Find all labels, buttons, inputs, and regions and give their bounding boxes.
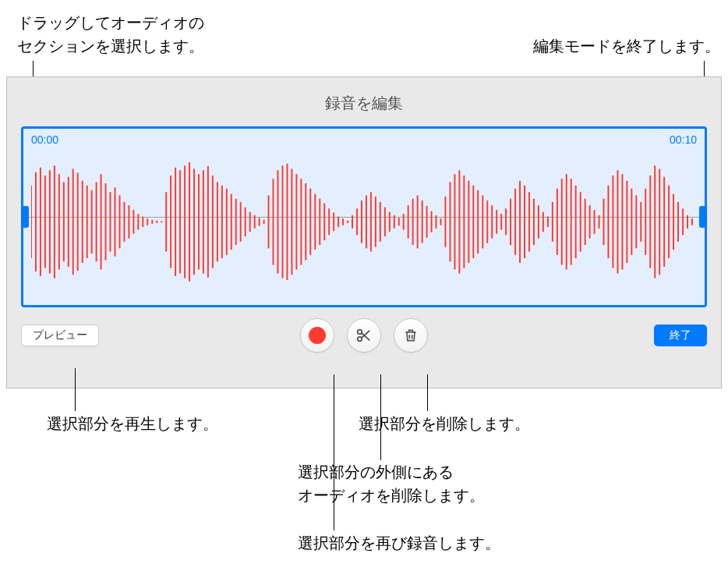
trash-icon (403, 327, 419, 344)
callout-drag-select: ドラッグしてオーディオの セクションを選択します。 (17, 11, 204, 58)
audio-editor-panel: 録音を編集 00:00 00:10 プレビュー (6, 76, 722, 388)
editor-toolbar: プレビュー 終了 (7, 307, 721, 364)
trim-button[interactable] (347, 318, 381, 353)
panel-title: 録音を編集 (7, 77, 721, 126)
center-tools (300, 318, 428, 353)
time-start: 00:00 (31, 133, 58, 146)
callout-rerecord: 選択部分を再び録音します。 (298, 531, 500, 555)
time-end: 00:10 (670, 133, 697, 146)
callout-line (380, 374, 381, 460)
waveform-display (31, 152, 697, 292)
selection-handle-left[interactable] (23, 206, 29, 228)
done-button[interactable]: 終了 (654, 325, 707, 346)
record-button[interactable] (300, 318, 334, 353)
callout-line (75, 368, 76, 411)
callout-line (427, 374, 428, 411)
callout-play-selection: 選択部分を再生します。 (47, 412, 218, 435)
callout-delete-selection: 選択部分を削除します。 (359, 412, 530, 435)
callout-exit-edit: 編集モードを終了します。 (533, 34, 720, 58)
delete-button[interactable] (394, 318, 428, 353)
callout-line (334, 374, 334, 530)
waveform-selection-area[interactable]: 00:00 00:10 (21, 126, 707, 307)
scissors-icon (355, 327, 373, 344)
callout-trim-outside: 選択部分の外側にある オーディオを削除します。 (298, 460, 485, 507)
record-icon (309, 327, 326, 344)
preview-button[interactable]: プレビュー (21, 325, 99, 346)
selection-handle-right[interactable] (699, 206, 705, 228)
